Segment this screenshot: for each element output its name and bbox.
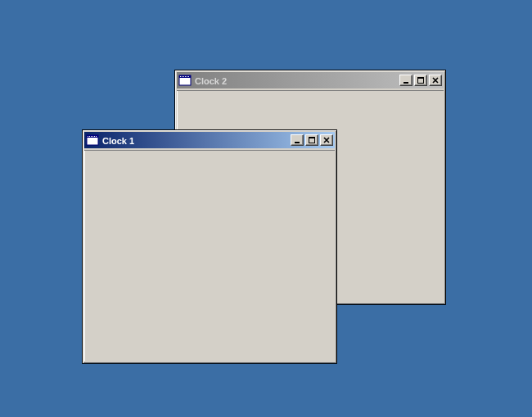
desktop: Clock 2 [0, 0, 532, 417]
maximize-button[interactable] [414, 75, 427, 86]
maximize-button[interactable] [305, 134, 318, 146]
svg-rect-13 [88, 136, 88, 137]
maximize-icon [309, 137, 315, 143]
svg-rect-21 [309, 137, 315, 138]
minimize-icon [294, 137, 300, 143]
app-icon [86, 134, 99, 146]
svg-rect-3 [182, 76, 183, 77]
svg-rect-10 [417, 77, 424, 79]
window-title: Clock 1 [102, 135, 289, 146]
svg-rect-14 [89, 136, 90, 137]
title-buttons [289, 134, 333, 146]
svg-rect-6 [187, 76, 187, 77]
close-button[interactable] [320, 134, 333, 146]
svg-rect-19 [295, 142, 300, 143]
window-clock-1[interactable]: Clock 1 [82, 129, 337, 364]
minimize-icon [403, 77, 409, 84]
svg-rect-18 [96, 136, 97, 137]
maximize-icon [417, 77, 424, 84]
svg-rect-8 [404, 82, 408, 84]
close-button[interactable] [429, 75, 442, 86]
client-area-clock-1 [84, 150, 335, 361]
close-icon [432, 77, 439, 84]
minimize-button[interactable] [291, 134, 304, 146]
svg-rect-7 [188, 76, 189, 77]
svg-rect-4 [183, 76, 184, 77]
svg-rect-17 [94, 136, 95, 137]
minimize-button[interactable] [399, 75, 413, 86]
app-icon [178, 75, 192, 86]
close-icon [323, 137, 330, 143]
title-buttons [398, 75, 442, 86]
titlebar-clock-2[interactable]: Clock 2 [177, 72, 444, 88]
titlebar-clock-1[interactable]: Clock 1 [84, 132, 335, 148]
window-title: Clock 2 [195, 75, 398, 86]
svg-rect-16 [92, 136, 93, 137]
svg-rect-5 [185, 76, 186, 77]
svg-rect-2 [180, 76, 181, 77]
svg-rect-15 [91, 136, 92, 137]
